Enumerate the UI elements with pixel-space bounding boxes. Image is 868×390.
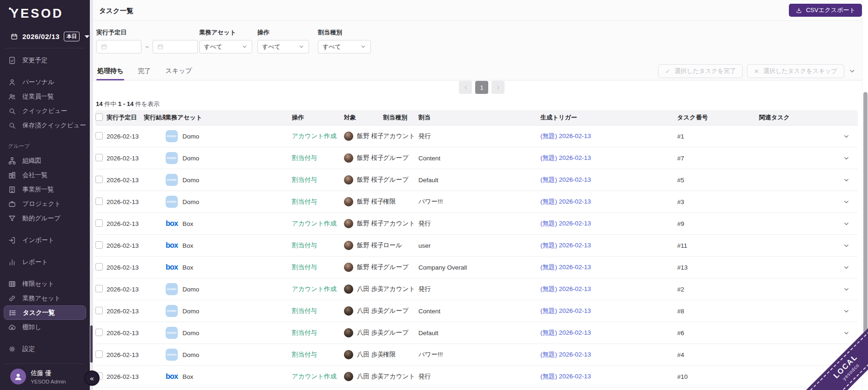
cell-trigger-link[interactable]: (無題) 2026-02-13 — [540, 219, 677, 228]
box-logo: box — [166, 241, 178, 250]
row-checkbox[interactable] — [95, 350, 103, 358]
cloud-down-icon — [8, 323, 16, 331]
chevron-down-icon[interactable] — [843, 155, 850, 162]
target-avatar — [344, 175, 353, 185]
chevron-down-icon[interactable] — [843, 133, 850, 140]
operation-filter-select[interactable]: すべて — [257, 40, 309, 53]
row-checkbox[interactable] — [95, 285, 103, 292]
pagination-page-1[interactable]: 1 — [475, 81, 488, 94]
cell-scheduled-date: 2026-02-13 — [107, 242, 144, 249]
chevron-down-icon[interactable] — [848, 67, 856, 75]
cell-trigger-link[interactable]: (無題) 2026-02-13 — [540, 132, 677, 140]
sidebar-item-org-chart[interactable]: 組織図 — [0, 153, 90, 168]
cell-trigger-link[interactable]: (無題) 2026-02-13 — [540, 176, 677, 184]
sidebar-item-report[interactable]: レポート — [0, 255, 90, 269]
row-checkbox[interactable] — [95, 132, 103, 139]
sidebar-scrollbar-thumb[interactable] — [90, 325, 93, 363]
date-selector[interactable]: 2026/02/13 本日 — [0, 32, 90, 41]
cell-operation-link[interactable]: 割当付与 — [292, 198, 344, 206]
cell-asset: boxBox — [165, 219, 292, 228]
cell-operation-link[interactable]: 割当付与 — [292, 154, 344, 162]
row-checkbox[interactable] — [95, 176, 103, 183]
cell-assignment: 発行 — [418, 219, 540, 228]
complete-selected-button[interactable]: ✓ 選択したタスクを完了 — [658, 64, 743, 78]
chevron-down-icon[interactable] — [843, 286, 850, 293]
cell-scheduled-date: 2026-02-13 — [107, 308, 144, 315]
skip-selected-button[interactable]: ✕ 選択したタスクをスキップ — [747, 64, 844, 78]
cell-trigger-link[interactable]: (無題) 2026-02-13 — [540, 241, 677, 250]
cell-operation-link[interactable]: 割当付与 — [292, 176, 344, 184]
sidebar-item-label: インポート — [22, 236, 54, 245]
main-scrollbar[interactable] — [862, 0, 868, 390]
asset-filter-select[interactable]: すべて — [199, 40, 252, 53]
sidebar-item-business-assets[interactable]: 業務アセット — [0, 291, 90, 305]
tab-pending[interactable]: 処理待ち — [96, 62, 124, 80]
cell-trigger-link[interactable]: (無題) 2026-02-13 — [540, 329, 677, 337]
sidebar-item-import[interactable]: インポート — [0, 233, 90, 247]
sidebar-item-companies[interactable]: 会社一覧 — [0, 168, 90, 182]
result-count: 14 件中 1 - 14 件を表示 — [96, 100, 160, 108]
row-checkbox[interactable] — [95, 154, 103, 161]
chevron-down-icon[interactable] — [843, 264, 850, 271]
divider — [5, 48, 85, 48]
sidebar-item-projects[interactable]: プロジェクト — [0, 197, 90, 211]
cell-trigger-link[interactable]: (無題) 2026-02-13 — [540, 154, 677, 162]
chevron-down-icon[interactable] — [843, 330, 850, 337]
cell-operation-link[interactable]: アカウント作成 — [292, 132, 344, 140]
sidebar-item-permission-sets[interactable]: 権限セット — [0, 277, 90, 291]
csv-export-button[interactable]: CSVエクスポート — [789, 4, 862, 17]
sidebar-scrollbar[interactable] — [90, 0, 93, 390]
cell-assignment: 発行 — [418, 285, 540, 293]
cell-trigger-link[interactable]: (無題) 2026-02-13 — [540, 285, 677, 293]
sidebar-item-saved-quick-view[interactable]: 保存済クイックビュー — [0, 118, 90, 132]
sidebar-item-quick-view[interactable]: クイックビュー — [0, 104, 90, 118]
row-checkbox[interactable] — [95, 329, 103, 336]
sidebar-item-offices[interactable]: 事業所一覧 — [0, 182, 90, 197]
chevron-down-icon[interactable] — [843, 308, 850, 315]
chevron-down-icon[interactable] — [843, 220, 850, 227]
row-checkbox[interactable] — [95, 198, 103, 205]
sidebar-collapse-button[interactable]: « — [84, 370, 100, 386]
sidebar-item-employees[interactable]: 従業員一覧 — [0, 89, 90, 104]
col-trigger: 生成トリガー — [540, 113, 677, 122]
row-checkbox[interactable] — [95, 307, 103, 314]
cell-operation-link[interactable]: 割当付与 — [292, 263, 344, 271]
assign-type-filter-select[interactable]: すべて — [318, 40, 371, 53]
tab-completed[interactable]: 完了 — [137, 62, 152, 80]
cell-trigger-link[interactable]: (無題) 2026-02-13 — [540, 372, 677, 381]
select-all-checkbox[interactable] — [95, 113, 103, 121]
col-asset: 業務アセット — [165, 113, 292, 122]
cell-operation-link[interactable]: 割当付与 — [292, 350, 344, 359]
cell-trigger-link[interactable]: (無題) 2026-02-13 — [540, 307, 677, 315]
cell-operation-link[interactable]: 割当付与 — [292, 241, 344, 250]
chevron-down-icon[interactable] — [843, 198, 850, 205]
cell-operation-link[interactable]: アカウント作成 — [292, 219, 344, 228]
sidebar-item-dynamic-groups[interactable]: 動的グループ — [0, 211, 90, 225]
chevron-down-icon[interactable] — [843, 242, 850, 249]
user-menu[interactable]: 佐藤 優 YESOD Admin — [0, 364, 90, 390]
sidebar-item-change-schedule[interactable]: 変更予定 — [0, 53, 90, 67]
cell-asset: boxBox — [165, 263, 292, 271]
cell-operation-link[interactable]: アカウント作成 — [292, 285, 344, 293]
sidebar-item-task-list[interactable]: タスク一覧 — [4, 305, 86, 320]
date-to-input[interactable] — [153, 40, 198, 53]
date-from-input[interactable] — [96, 40, 141, 53]
chevron-down-icon[interactable] — [843, 177, 850, 184]
cell-trigger-link[interactable]: (無題) 2026-02-13 — [540, 350, 677, 359]
table-row: 2026-02-13 DOMODomo アカウント作成 飯野 桜子 アカウント … — [95, 126, 858, 147]
cell-operation-link[interactable]: 割当付与 — [292, 307, 344, 315]
cell-operation-link[interactable]: アカウント作成 — [292, 372, 344, 381]
tab-skipped[interactable]: スキップ — [164, 62, 193, 80]
cell-trigger-link[interactable]: (無題) 2026-02-13 — [540, 263, 677, 271]
sidebar-item-settings[interactable]: 設定 — [0, 342, 90, 356]
main-scrollbar-thumb[interactable] — [863, 92, 868, 341]
row-checkbox[interactable] — [95, 219, 103, 227]
sidebar-item-personal[interactable]: パーソナル — [0, 75, 90, 89]
row-checkbox[interactable] — [95, 263, 103, 271]
sidebar-item-inventory[interactable]: 棚卸し — [0, 320, 90, 334]
cell-operation-link[interactable]: 割当付与 — [292, 329, 344, 337]
cell-trigger-link[interactable]: (無題) 2026-02-13 — [540, 198, 677, 206]
pagination-next-button[interactable] — [491, 81, 505, 94]
pagination-prev-button[interactable] — [459, 81, 472, 94]
row-checkbox[interactable] — [95, 241, 103, 249]
